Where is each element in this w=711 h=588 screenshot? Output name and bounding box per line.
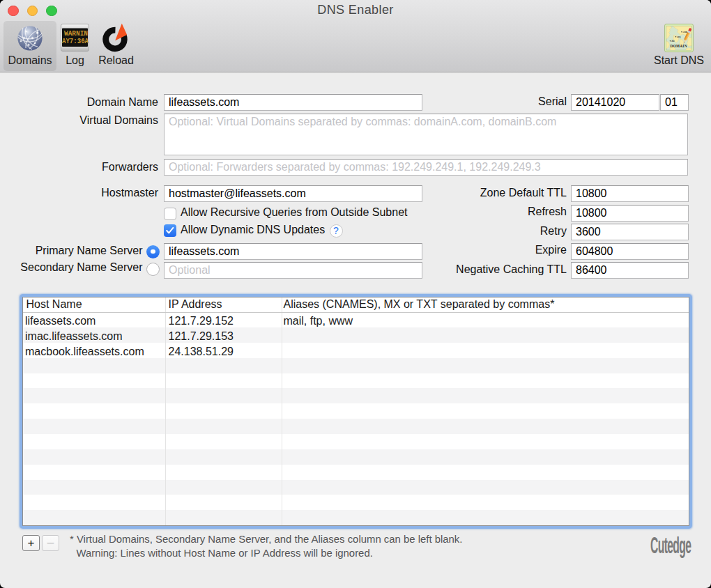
svg-text:DOMAIN: DOMAIN: [670, 44, 687, 48]
svg-text:AY7:36A: AY7:36A: [62, 38, 89, 45]
svg-text:WARNIN: WARNIN: [64, 30, 88, 38]
svg-text:.com: .com: [682, 31, 687, 33]
svg-text:.org: .org: [677, 36, 681, 38]
svg-text:.biz: .biz: [671, 40, 675, 42]
